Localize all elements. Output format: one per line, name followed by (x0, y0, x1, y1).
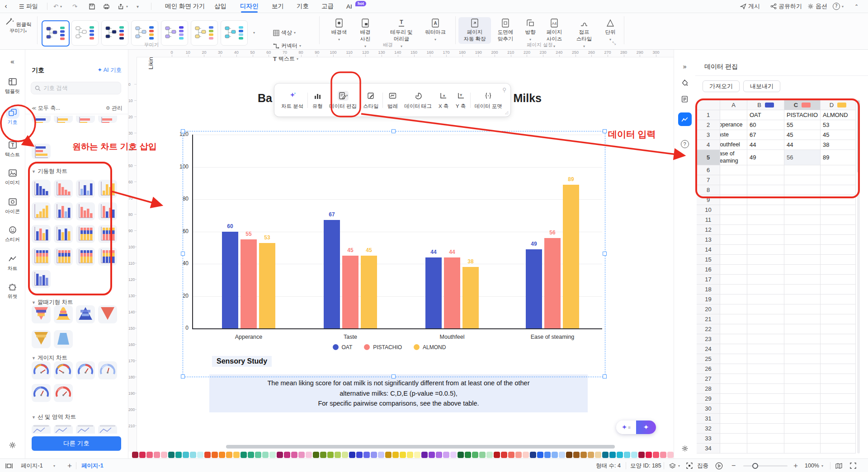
palette-swatch[interactable] (298, 452, 305, 458)
palette-swatch[interactable] (132, 452, 138, 458)
palette-swatch[interactable] (342, 452, 348, 458)
symbol-thumb-gauge-chart[interactable] (54, 361, 73, 379)
sidebar-item-image[interactable]: 이미지 (0, 168, 25, 186)
note-heading[interactable]: Sensory Study (212, 356, 272, 367)
theme-more-icon[interactable]: ▾ (253, 31, 255, 35)
sidebar-item-icons[interactable]: 아이콘 (0, 196, 25, 215)
connector-menu[interactable]: 커넥터▾ (273, 42, 301, 50)
save-icon[interactable] (89, 0, 95, 13)
palette-swatch[interactable] (327, 452, 334, 458)
palette-swatch[interactable] (190, 452, 196, 458)
help-icon[interactable]: ?▾ (833, 0, 844, 13)
ai-generate-button[interactable]: ✦ (636, 421, 656, 434)
symbol-search-input[interactable]: 기호 검색 (31, 82, 121, 94)
symbol-thumb-column-chart[interactable] (32, 270, 51, 288)
ribbon-button-2[interactable]: 배경사진▾ (352, 17, 379, 51)
collapse-panel-icon[interactable]: « (0, 57, 25, 66)
palette-swatch[interactable] (595, 452, 601, 458)
palette-swatch[interactable] (429, 452, 435, 458)
palette-swatch[interactable] (494, 452, 500, 458)
palette-swatch[interactable] (233, 452, 240, 458)
focus-frame-icon[interactable] (686, 459, 693, 472)
chart-data-icon-active[interactable] (674, 112, 695, 126)
palette-swatch[interactable] (139, 452, 146, 458)
symbol-thumb-gauge-chart[interactable] (76, 361, 95, 379)
palette-swatch[interactable] (479, 452, 486, 458)
palette-swatch[interactable] (212, 452, 218, 458)
palette-swatch[interactable] (385, 452, 392, 458)
palette-swatch[interactable] (515, 452, 522, 458)
ribbon-button-5[interactable]: 페이지자동 확장 (458, 17, 491, 44)
palette-swatch[interactable] (530, 452, 536, 458)
palette-swatch[interactable] (219, 452, 225, 458)
theme-thumbnail[interactable] (191, 20, 218, 46)
sidebar-item-chart[interactable]: 차트 (0, 253, 25, 272)
palette-swatch[interactable] (313, 452, 319, 458)
toolbar-item-y-axis[interactable]: YY 축 (452, 87, 469, 113)
palette-swatch[interactable] (320, 452, 326, 458)
bar-almond-1[interactable] (361, 256, 377, 328)
selection-handle[interactable] (181, 374, 185, 379)
palette-swatch[interactable] (559, 452, 565, 458)
selection-handle[interactable] (181, 129, 185, 133)
symbol-thumb-gauge-chart[interactable] (32, 361, 51, 379)
export-button[interactable]: 내보내기 (743, 80, 780, 92)
symbol-thumb-line-chart-clipped[interactable] (76, 425, 95, 434)
zoom-slider-knob[interactable] (752, 463, 758, 469)
page-menu[interactable]: 페이지-1 (21, 459, 43, 472)
sidebar-item-sticker[interactable]: 스티커 (0, 224, 25, 243)
palette-swatch[interactable] (660, 452, 666, 458)
toolbar-item-edit-data[interactable]: ▾데이터 편집 (326, 87, 360, 113)
symbol-thumb-column-chart[interactable] (32, 248, 51, 266)
sidebar-item-template[interactable]: 템플릿 (0, 76, 25, 95)
palette-swatch[interactable] (204, 452, 211, 458)
palette-swatch[interactable] (356, 452, 363, 458)
palette-swatch[interactable] (226, 452, 232, 458)
symbol-thumb-clipped[interactable] (32, 116, 51, 123)
menu-design[interactable]: 디자인 (240, 0, 259, 13)
page-settings-icon[interactable] (674, 95, 695, 105)
back-icon[interactable]: ‹ (5, 0, 7, 13)
palette-swatch[interactable] (631, 452, 637, 458)
one-click-style-button[interactable]: 원클릭 꾸미기▾ (4, 16, 33, 34)
toolbar-item-style[interactable]: 스타일 (360, 87, 382, 113)
theme-thumbnail[interactable] (71, 20, 99, 46)
grid-scrollbar-thumb[interactable] (857, 100, 860, 173)
symbol-thumb-column-chart[interactable] (98, 225, 117, 243)
menu-view[interactable]: 보기 (272, 0, 284, 13)
focus-label[interactable]: 집중 (697, 459, 708, 472)
symbol-thumb-column-chart[interactable] (76, 202, 95, 220)
toolbar-item-chart-type[interactable]: 유형 (309, 87, 326, 113)
rail-settings-gear-icon[interactable] (0, 441, 25, 450)
symbol-thumb-column-chart[interactable] (98, 180, 117, 198)
palette-swatch[interactable] (168, 452, 175, 458)
layers-icon[interactable]: ▾ (669, 459, 680, 472)
page-tab-active[interactable]: 페이지-1 (81, 459, 104, 472)
ribbon-button-6[interactable]: 도면에맞추기 (491, 17, 520, 44)
grid-scrollbar[interactable] (857, 100, 860, 453)
symbol-thumb-funnel-chart[interactable] (32, 330, 51, 348)
palette-swatch[interactable] (588, 452, 594, 458)
palette-swatch[interactable] (146, 452, 153, 458)
toolbar-item-sparkle[interactable]: 차트 분석 (278, 87, 307, 113)
ribbon-button-9[interactable]: 점프스타일▾ (569, 17, 599, 51)
ribbon-button-4[interactable]: A워터마크▾ (421, 17, 449, 44)
symbol-thumb-column-chart[interactable] (98, 202, 117, 220)
palette-swatch[interactable] (255, 452, 261, 458)
theme-thumbnail[interactable] (161, 20, 188, 46)
dialog-launcher-icon[interactable]: ⤡ (612, 41, 616, 46)
symbol-thumb-funnel-chart[interactable] (98, 305, 117, 323)
toolbar-item-data-tag[interactable]: 데이터 태그 (401, 87, 435, 113)
import-button[interactable]: 가져오기 (703, 80, 740, 92)
palette-swatch[interactable] (277, 452, 283, 458)
palette-swatch[interactable] (573, 452, 580, 458)
export-icon[interactable]: ▾ (118, 0, 128, 13)
minimap-icon[interactable] (835, 459, 842, 472)
palette-swatch[interactable] (284, 452, 290, 458)
symbol-thumb-line-chart-clipped[interactable] (54, 425, 73, 434)
collapse-all-control[interactable]: ≪ 모두 축... (32, 104, 60, 112)
palette-swatch[interactable] (436, 452, 442, 458)
toolbar-item-x-axis[interactable]: xX 축 (435, 87, 452, 113)
print-icon[interactable] (103, 0, 110, 13)
palette-swatch[interactable] (269, 452, 276, 458)
